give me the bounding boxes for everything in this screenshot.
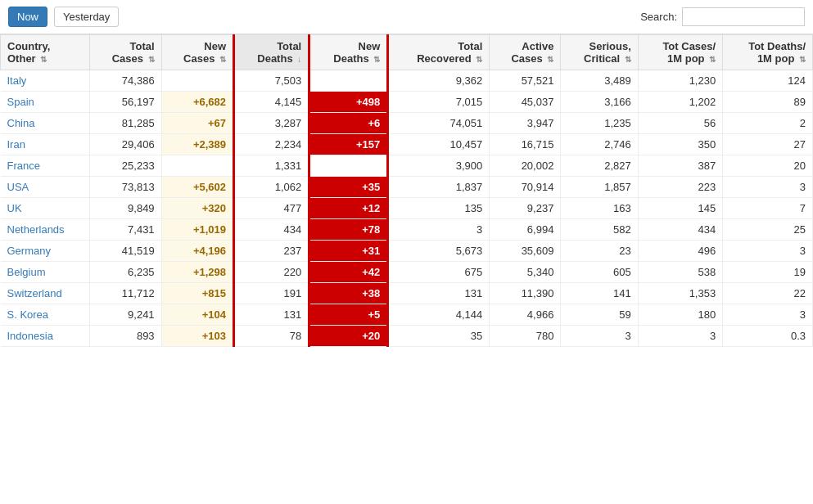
col-header-total-recovered[interactable]: TotalRecovered ⇅ (388, 35, 490, 70)
country-link[interactable]: S. Korea (7, 308, 49, 321)
cell-total-cases: 73,813 (90, 177, 161, 198)
cell-serious-critical: 2,746 (561, 134, 638, 155)
country-link[interactable]: Italy (7, 74, 27, 87)
cell-total-cases: 11,712 (90, 283, 161, 304)
cell-total-cases: 9,849 (90, 198, 161, 219)
cell-tot-cases-1m: 3 (638, 326, 722, 347)
table-row: USA73,813+5,6021,062+351,83770,9141,8572… (1, 177, 813, 198)
col-header-country[interactable]: Country,Other ⇅ (1, 35, 90, 70)
table-row: UK9,849+320477+121359,2371631457 (1, 198, 813, 219)
sort-icon-serious-critical: ⇅ (625, 55, 631, 64)
cell-new-deaths: +12 (309, 198, 388, 219)
cell-serious-critical: 163 (561, 198, 638, 219)
cell-total-deaths: 237 (234, 241, 309, 262)
cell-tot-deaths-1m: 2 (723, 113, 813, 134)
cell-active-cases: 45,037 (490, 92, 561, 113)
cell-new-cases: +6,682 (161, 92, 233, 113)
cell-tot-deaths-1m: 3 (723, 177, 813, 198)
cell-tot-cases-1m: 56 (638, 113, 722, 134)
cell-tot-cases-1m: 538 (638, 262, 722, 283)
cell-total-deaths: 78 (234, 326, 309, 347)
cell-tot-cases-1m: 350 (638, 134, 722, 155)
country-link[interactable]: Germany (7, 245, 51, 257)
col-header-tot-cases-1m[interactable]: Tot Cases/1M pop ⇅ (638, 35, 722, 70)
cell-country: Indonesia (1, 326, 90, 347)
toolbar: Now Yesterday Search: (0, 0, 813, 34)
country-link[interactable]: Spain (7, 96, 34, 108)
country-link[interactable]: France (7, 160, 40, 172)
cell-new-deaths: +6 (309, 113, 388, 134)
search-area: Search: (640, 7, 805, 26)
cell-active-cases: 20,002 (490, 155, 561, 177)
country-link[interactable]: Belgium (7, 266, 46, 278)
now-button[interactable]: Now (8, 7, 47, 27)
country-link[interactable]: UK (7, 202, 22, 214)
country-link[interactable]: USA (7, 181, 29, 193)
col-header-serious-critical[interactable]: Serious,Critical ⇅ (561, 35, 638, 70)
cell-serious-critical: 3,489 (561, 70, 638, 92)
cell-total-recovered: 3,900 (388, 155, 490, 177)
cell-total-cases: 6,235 (90, 262, 161, 283)
cell-total-cases: 893 (90, 326, 161, 347)
cell-active-cases: 5,340 (490, 262, 561, 283)
cell-new-deaths (309, 70, 388, 92)
table-row: Indonesia893+10378+2035780330.3 (1, 326, 813, 347)
cell-serious-critical: 2,827 (561, 155, 638, 177)
table-row: Switzerland11,712+815191+3813111,3901411… (1, 283, 813, 304)
cell-tot-deaths-1m: 0.3 (723, 326, 813, 347)
cell-serious-critical: 141 (561, 283, 638, 304)
cell-total-recovered: 4,144 (388, 304, 490, 326)
cell-tot-deaths-1m: 27 (723, 134, 813, 155)
col-header-new-deaths[interactable]: NewDeaths ⇅ (309, 35, 388, 70)
cell-serious-critical: 605 (561, 262, 638, 283)
col-header-total-cases[interactable]: TotalCases ⇅ (90, 35, 161, 70)
cell-tot-cases-1m: 1,202 (638, 92, 722, 113)
cell-new-deaths: +20 (309, 326, 388, 347)
cell-new-deaths: +157 (309, 134, 388, 155)
col-header-tot-deaths-1m[interactable]: Tot Deaths/1M pop ⇅ (723, 35, 813, 70)
country-link[interactable]: China (7, 117, 35, 129)
cell-tot-cases-1m: 1,230 (638, 70, 722, 92)
cell-active-cases: 780 (490, 326, 561, 347)
cell-tot-deaths-1m: 124 (723, 70, 813, 92)
country-link[interactable]: Switzerland (7, 287, 62, 299)
cell-tot-deaths-1m: 19 (723, 262, 813, 283)
country-link[interactable]: Netherlands (7, 223, 65, 236)
col-header-total-deaths[interactable]: TotalDeaths ↓ (234, 35, 309, 70)
cell-new-deaths: +5 (309, 304, 388, 326)
cell-total-recovered: 35 (388, 326, 490, 347)
cell-tot-cases-1m: 387 (638, 155, 722, 177)
cell-total-cases: 9,241 (90, 304, 161, 326)
table-row: Germany41,519+4,196237+315,67335,6092349… (1, 241, 813, 262)
cell-new-cases: +1,298 (161, 262, 233, 283)
cell-total-deaths: 131 (234, 304, 309, 326)
cell-new-cases: +815 (161, 283, 233, 304)
col-header-new-cases[interactable]: NewCases ⇅ (161, 35, 233, 70)
table-row: S. Korea9,241+104131+54,1444,966591803 (1, 304, 813, 326)
cell-active-cases: 6,994 (490, 219, 561, 241)
cell-new-cases: +1,019 (161, 219, 233, 241)
cell-country: France (1, 155, 90, 177)
cell-total-recovered: 74,051 (388, 113, 490, 134)
cell-total-cases: 41,519 (90, 241, 161, 262)
table-header-row: Country,Other ⇅ TotalCases ⇅ NewCases ⇅ … (1, 35, 813, 70)
cell-tot-cases-1m: 145 (638, 198, 722, 219)
cell-new-cases: +67 (161, 113, 233, 134)
col-header-active-cases[interactable]: ActiveCases ⇅ (490, 35, 561, 70)
cell-country: S. Korea (1, 304, 90, 326)
country-link[interactable]: Iran (7, 138, 25, 151)
cell-new-cases (161, 155, 233, 177)
cell-country: China (1, 113, 90, 134)
sort-icon-total-recovered: ⇅ (476, 55, 482, 64)
cell-total-recovered: 9,362 (388, 70, 490, 92)
cell-new-cases: +5,602 (161, 177, 233, 198)
cell-tot-deaths-1m: 22 (723, 283, 813, 304)
table-row: Iran29,406+2,3892,234+15710,45716,7152,7… (1, 134, 813, 155)
country-link[interactable]: Indonesia (7, 330, 53, 342)
search-input[interactable] (682, 7, 805, 26)
yesterday-button[interactable]: Yesterday (54, 7, 119, 27)
cell-new-deaths: +42 (309, 262, 388, 283)
cell-country: Italy (1, 70, 90, 92)
cell-new-deaths: +498 (309, 92, 388, 113)
table-row: France25,2331,3313,90020,0022,82738720 (1, 155, 813, 177)
